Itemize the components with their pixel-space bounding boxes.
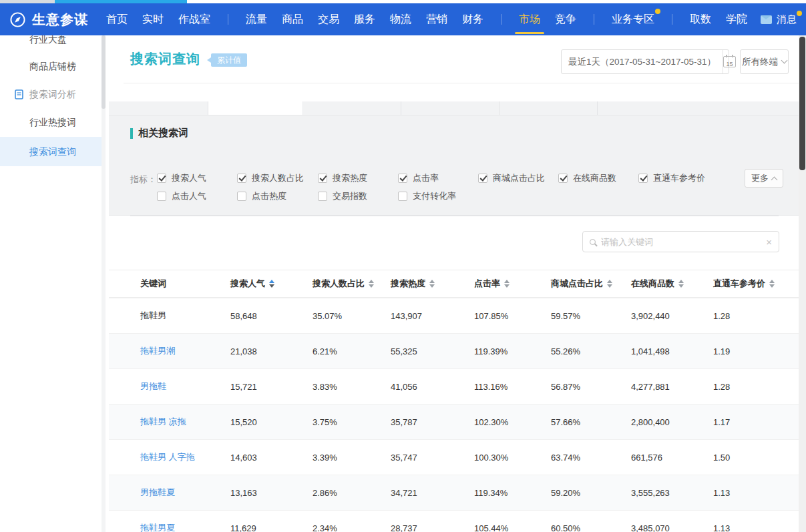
nav-item-logistics[interactable]: 物流 xyxy=(390,3,411,35)
nav-item-trade[interactable]: 交易 xyxy=(318,3,339,35)
tab-2-active[interactable] xyxy=(208,101,303,115)
column-header-online-products[interactable]: 在线商品数 xyxy=(631,278,713,290)
page-scrollbar-thumb[interactable] xyxy=(799,37,805,170)
related-search-words-table: 关键词 搜索人气 搜索人数占比 搜索热度 点击率 商城点击占比 在线商品数 直通… xyxy=(109,270,799,532)
search-input[interactable] xyxy=(601,237,761,247)
sort-icon[interactable] xyxy=(678,280,684,288)
column-header-search-popularity[interactable]: 搜索人气 xyxy=(230,278,313,290)
cell: 6.21% xyxy=(313,346,391,356)
sort-icon[interactable] xyxy=(504,280,510,288)
checkbox-checked-icon[interactable] xyxy=(398,174,407,183)
nav-item-marketing[interactable]: 营销 xyxy=(426,3,447,35)
metric-checkbox-click-rate[interactable]: 点击率 xyxy=(398,173,439,184)
checkbox-checked-icon[interactable] xyxy=(318,174,327,183)
tab-3[interactable] xyxy=(303,101,401,115)
metric-checkbox-mall-click-share[interactable]: 商城点击占比 xyxy=(478,173,545,184)
cell: 57.66% xyxy=(551,417,631,427)
column-header-mall-click-share[interactable]: 商城点击占比 xyxy=(551,278,631,290)
page-title: 搜索词查询 xyxy=(130,50,200,68)
sort-icon[interactable] xyxy=(769,280,775,288)
sidebar-item-search-word-query[interactable]: 搜索词查询 xyxy=(0,137,102,166)
nav-item-academy[interactable]: 学院 xyxy=(726,3,747,35)
nav-item-data-fetch[interactable]: 取数 xyxy=(690,3,711,35)
tab-6[interactable] xyxy=(598,101,799,115)
metric-checkbox-search-heat[interactable]: 搜索热度 xyxy=(318,173,367,184)
metric-checkbox-online-products[interactable]: 在线商品数 xyxy=(558,173,616,184)
sort-icon[interactable] xyxy=(429,280,435,288)
nav-item-market[interactable]: 市场 xyxy=(519,3,540,35)
cell: 60.50% xyxy=(551,523,631,532)
nav-item-realtime[interactable]: 实时 xyxy=(142,3,164,35)
keyword-link[interactable]: 男拖鞋 xyxy=(140,380,230,392)
nav-item-home[interactable]: 首页 xyxy=(106,3,128,35)
keyword-search-box: × xyxy=(582,231,779,252)
sidebar-scrollbar[interactable] xyxy=(102,35,106,532)
cell: 59.20% xyxy=(551,488,631,498)
sort-icon[interactable] xyxy=(269,280,274,288)
sidebar-group-search-word-analysis[interactable]: 搜索词分析 xyxy=(0,81,102,107)
sort-icon[interactable] xyxy=(607,280,612,288)
keyword-link[interactable]: 拖鞋男潮 xyxy=(140,345,230,357)
tab-4[interactable] xyxy=(401,101,499,115)
checkbox-checked-icon[interactable] xyxy=(157,174,166,183)
calendar-button[interactable]: 15 xyxy=(723,50,736,73)
cumulative-value-badge: 累计值 xyxy=(211,53,247,67)
notification-dot xyxy=(797,11,802,16)
sidebar-item-industry-hot-words[interactable]: 行业热搜词 xyxy=(0,107,102,137)
column-header-click-rate[interactable]: 点击率 xyxy=(474,278,551,290)
tab-strip xyxy=(109,101,799,115)
nav-item-service[interactable]: 服务 xyxy=(354,3,375,35)
keyword-link[interactable]: 拖鞋男 凉拖 xyxy=(140,416,230,428)
nav-item-finance[interactable]: 财务 xyxy=(462,3,483,35)
sidebar-item-industry-overview[interactable]: 行业大盘 xyxy=(0,35,102,51)
page-scrollbar[interactable] xyxy=(799,35,806,532)
checkbox-checked-icon[interactable] xyxy=(638,174,648,183)
tab-1[interactable] xyxy=(109,101,208,115)
terminal-select[interactable]: 所有终端 xyxy=(740,49,789,74)
nav-item-business-zone[interactable]: 业务专区 xyxy=(612,3,654,35)
app-logo[interactable]: 生意参谋 xyxy=(9,11,88,29)
column-header-searcher-share[interactable]: 搜索人数占比 xyxy=(313,278,391,290)
checkbox-checked-icon[interactable] xyxy=(558,174,568,183)
tab-5[interactable] xyxy=(499,101,598,115)
nav-item-traffic[interactable]: 流量 xyxy=(246,3,267,35)
date-range-picker[interactable]: 最近1天（2017-05-31~2017-05-31） 15 xyxy=(561,49,729,74)
checkbox-unchecked-icon[interactable] xyxy=(157,192,166,201)
messages-entry[interactable]: 消息 xyxy=(761,13,797,26)
column-header-search-heat[interactable]: 搜索热度 xyxy=(391,278,474,290)
chevron-down-icon xyxy=(781,57,788,64)
column-header-ztc-ref-price[interactable]: 直通车参考价 xyxy=(713,278,799,290)
checkbox-checked-icon[interactable] xyxy=(478,174,487,183)
keyword-link[interactable]: 男拖鞋夏 xyxy=(140,487,230,499)
more-button[interactable]: 更多 xyxy=(745,169,783,188)
table-row: 男拖鞋夏 13,163 2.86% 34,721 119.34% 59.20% … xyxy=(109,475,799,510)
sidebar-item-product-shop-ranking[interactable]: 商品店铺榜 xyxy=(0,51,102,81)
checkbox-unchecked-icon[interactable] xyxy=(398,192,407,201)
checkbox-checked-icon[interactable] xyxy=(237,174,246,183)
metric-checkbox-searcher-share[interactable]: 搜索人数占比 xyxy=(237,173,304,184)
keyword-link[interactable]: 拖鞋男夏 xyxy=(140,522,230,532)
cell: 143,907 xyxy=(391,311,474,321)
metric-checkbox-search-popularity[interactable]: 搜索人气 xyxy=(157,173,206,184)
metric-checkbox-pay-conversion[interactable]: 支付转化率 xyxy=(398,191,456,202)
nav-item-competition[interactable]: 竞争 xyxy=(555,3,576,35)
cell: 105.44% xyxy=(474,523,551,532)
cell: 113.16% xyxy=(474,382,551,392)
metric-checkbox-trade-index[interactable]: 交易指数 xyxy=(318,191,367,202)
metric-checkbox-click-heat[interactable]: 点击热度 xyxy=(237,191,286,202)
cell: 1.28 xyxy=(713,311,799,321)
nav-divider xyxy=(594,14,594,25)
sidebar-scrollbar-thumb[interactable] xyxy=(102,35,106,109)
metric-checkbox-ztc-ref-price[interactable]: 直通车参考价 xyxy=(638,173,705,184)
keyword-link[interactable]: 拖鞋男 人字拖 xyxy=(140,451,230,463)
clear-icon[interactable]: × xyxy=(766,237,772,247)
metric-checkbox-click-popularity[interactable]: 点击人气 xyxy=(157,191,206,202)
keyword-cell: 拖鞋男 xyxy=(140,310,230,322)
notification-dot xyxy=(655,9,660,14)
sort-icon[interactable] xyxy=(369,280,374,288)
checkbox-unchecked-icon[interactable] xyxy=(318,192,327,201)
nav-item-war-room[interactable]: 作战室 xyxy=(178,3,210,35)
nav-item-products[interactable]: 商品 xyxy=(282,3,303,35)
checkbox-unchecked-icon[interactable] xyxy=(237,192,246,201)
table-row: 男拖鞋 15,721 3.83% 41,056 113.16% 56.87% 4… xyxy=(109,368,799,404)
